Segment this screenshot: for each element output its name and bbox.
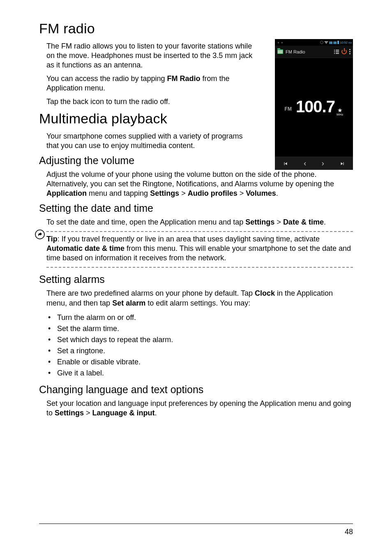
paragraph: You can access the radio by tapping FM R… <box>39 74 253 93</box>
text: . <box>155 409 157 417</box>
text: To set the date and time, open the Appli… <box>46 218 245 226</box>
text: . <box>276 189 278 197</box>
list-item: Give it a label. <box>46 368 353 379</box>
text: You can access the radio by tapping <box>46 74 167 83</box>
battery-icon <box>337 41 339 44</box>
status-notif-icon: ● ● <box>277 41 284 44</box>
text-bold: Language & input <box>92 409 155 417</box>
text-bold: Settings <box>55 409 84 417</box>
text: > <box>179 189 188 197</box>
skip-prev-icon[interactable] <box>283 161 288 167</box>
tune-up-icon[interactable]: › <box>322 159 324 168</box>
text-bold: Settings <box>245 218 274 226</box>
paragraph: Set your location and language input pre… <box>39 399 353 418</box>
app-bar: FM Radio <box>275 46 353 58</box>
tip-text: Tip: If you travel frequently or live in… <box>46 234 353 263</box>
status-bar: ● ● ▮▮ ▮▮ 10:52 AM <box>275 39 353 46</box>
text-bold: FM Radio <box>167 74 201 83</box>
signal-icon: ▮▮ <box>333 41 337 44</box>
text-bold: Clock <box>255 289 275 297</box>
text: > <box>274 218 283 226</box>
text-bold: Settings <box>150 189 179 197</box>
page-number: 48 <box>345 528 353 536</box>
heading-fm-radio: FM radio <box>39 21 353 37</box>
text: . <box>324 218 326 226</box>
footer-divider <box>39 524 353 524</box>
pin-icon <box>35 229 45 239</box>
status-time: 10:52 AM <box>340 41 352 44</box>
list-item: Set the alarm time. <box>46 323 353 334</box>
text: There are two predefined alarms on your … <box>46 289 255 297</box>
list-item: Set which days to repeat the alarm. <box>46 334 353 345</box>
text-bold: Set alarm <box>112 299 145 307</box>
text: to edit alarm settings. You may: <box>145 299 250 307</box>
paragraph: To set the date and time, open the Appli… <box>39 218 353 227</box>
list-item: Enable or disable vibrate. <box>46 357 353 368</box>
wifi-icon <box>324 41 328 44</box>
text-bold: Audio profiles <box>188 189 238 197</box>
paragraph: The FM radio allows you to listen to you… <box>39 42 253 70</box>
divider <box>46 231 353 232</box>
list-item: Set a ringtone. <box>46 345 353 357</box>
tip-block: Tip: If you travel frequently or live in… <box>39 231 353 268</box>
paragraph: Adjust the volume of your phone using th… <box>39 170 353 198</box>
phone-screenshot: ● ● ▮▮ ▮▮ 10:52 AM FM Radio FM 100.7 <box>275 39 353 170</box>
text: > <box>238 189 246 197</box>
text: > <box>84 409 92 417</box>
frequency-unit: MHz <box>337 113 343 116</box>
text-bold: Application <box>46 189 87 197</box>
subheading-date-time: Setting the date and time <box>39 202 353 214</box>
tune-down-icon[interactable]: ‹ <box>304 159 306 168</box>
paragraph: Your smartphone comes supplied with a va… <box>39 132 253 151</box>
subheading-language: Changing language and text options <box>39 384 353 396</box>
app-title: FM Radio <box>286 49 305 54</box>
divider <box>46 267 353 268</box>
frequency-value: 100.7 <box>296 97 335 116</box>
text-bold: Automatic date & time <box>46 244 125 253</box>
rotation-icon <box>320 41 323 44</box>
bullet-list: Turn the alarm on or off. Set the alarm … <box>39 312 353 379</box>
subheading-alarms: Setting alarms <box>39 273 353 285</box>
signal-icon: ▮▮ <box>329 41 332 44</box>
text: Adjust the volume of your phone using th… <box>46 170 334 188</box>
text-bold: Date & time <box>283 218 324 226</box>
text: menu and tapping <box>87 189 150 197</box>
list-icon[interactable] <box>334 50 339 54</box>
folder-icon <box>277 49 283 54</box>
fm-band-label: FM <box>285 106 292 112</box>
power-icon[interactable] <box>341 49 347 54</box>
overflow-icon[interactable] <box>349 49 350 54</box>
text: : If you travel frequently or live in an… <box>58 235 320 243</box>
playback-controls: ‹ › <box>275 157 353 170</box>
paragraph: There are two predefined alarms on your … <box>39 289 353 308</box>
text-bold: Tip <box>46 235 58 243</box>
paragraph: Tap the back icon to turn the radio off. <box>39 97 253 107</box>
list-item: Turn the alarm on or off. <box>46 312 353 323</box>
radio-display: FM 100.7 ★ MHz <box>275 58 353 157</box>
skip-next-icon[interactable] <box>339 161 345 167</box>
text-bold: Volumes <box>246 189 276 197</box>
favorite-star-icon[interactable]: ★ <box>337 107 343 113</box>
